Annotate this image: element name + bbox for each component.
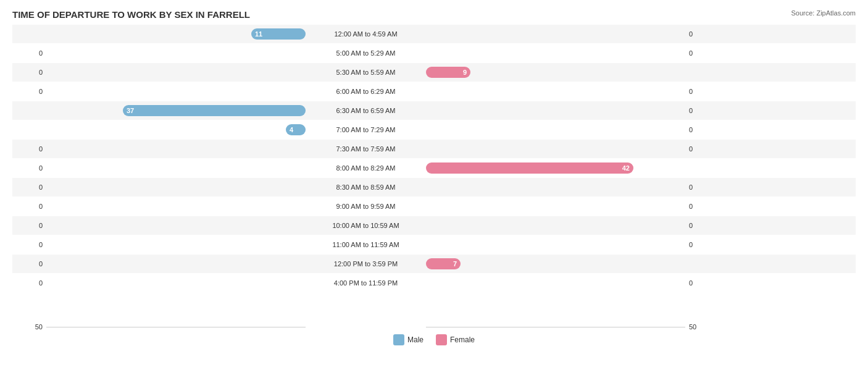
female-bar-area — [426, 277, 685, 289]
female-value: 0 — [685, 126, 719, 133]
male-bar-area — [46, 277, 306, 289]
female-bar-area — [426, 48, 685, 59]
male-bar-label: 4 — [290, 126, 293, 133]
male-bar-label: 11 — [255, 30, 262, 38]
chart-row: 1112:00 AM to 4:59 AM0 — [12, 25, 856, 43]
chart-row: 08:00 AM to 8:29 AM42 — [12, 159, 856, 177]
male-bar-area — [46, 201, 306, 212]
male-value: 0 — [12, 164, 46, 172]
chart-area: 1112:00 AM to 4:59 AM005:00 AM to 5:29 A… — [12, 25, 856, 321]
legend-female-label: Female — [450, 335, 475, 344]
chart-row: 09:00 AM to 9:59 AM0 — [12, 197, 856, 216]
male-bar-area — [46, 220, 306, 231]
time-label: 7:30 AM to 7:59 AM — [306, 145, 426, 153]
time-label: 5:30 AM to 5:59 AM — [306, 69, 426, 76]
male-value: 0 — [12, 69, 46, 76]
female-value: 0 — [685, 88, 719, 95]
female-bar-area — [426, 182, 685, 193]
legend: Male Female — [12, 334, 856, 345]
male-bar-label: 37 — [127, 107, 134, 114]
time-label: 6:30 AM to 6:59 AM — [306, 107, 426, 114]
female-bar-label: 9 — [463, 69, 467, 76]
male-bar-area — [46, 48, 306, 59]
chart-row: 376:30 AM to 6:59 AM0 — [12, 101, 856, 120]
time-label: 8:30 AM to 8:59 AM — [306, 184, 426, 191]
time-label: 12:00 PM to 3:59 PM — [306, 260, 426, 268]
female-value: 0 — [685, 49, 719, 57]
female-value: 0 — [685, 203, 719, 210]
time-label: 12:00 AM to 4:59 AM — [306, 30, 426, 38]
time-label: 4:00 PM to 11:59 PM — [306, 279, 426, 287]
female-value: 0 — [685, 184, 719, 191]
male-bar-area: 4 — [46, 124, 306, 135]
male-bar-area — [46, 239, 306, 250]
chart-row: 05:00 AM to 5:29 AM0 — [12, 44, 856, 62]
chart-row: 012:00 PM to 3:59 PM7 — [12, 255, 856, 273]
legend-male-label: Male — [407, 335, 424, 344]
female-bar-area: 7 — [426, 258, 685, 269]
chart-row: 010:00 AM to 10:59 AM0 — [12, 216, 856, 235]
legend-female-box — [436, 334, 447, 345]
time-label: 5:00 AM to 5:29 AM — [306, 49, 426, 57]
female-value: 0 — [685, 241, 719, 248]
male-value: 0 — [12, 203, 46, 210]
legend-male: Male — [393, 334, 424, 345]
female-value: 0 — [685, 107, 719, 114]
male-bar-area: 11 — [46, 28, 306, 40]
source-text: Source: ZipAtlas.com — [791, 9, 856, 17]
male-bar: 37 — [123, 105, 306, 116]
male-bar-area — [46, 182, 306, 193]
female-bar-area: 42 — [426, 162, 685, 174]
chart-row: 06:00 AM to 6:29 AM0 — [12, 82, 856, 101]
axis-right-label: 50 — [685, 323, 719, 331]
female-value: 0 — [685, 145, 719, 153]
male-value: 0 — [12, 241, 46, 248]
female-value: 0 — [685, 222, 719, 229]
male-bar: 11 — [251, 28, 306, 40]
female-bar-label: 7 — [453, 260, 457, 268]
male-value: 0 — [12, 145, 46, 153]
chart-row: 07:30 AM to 7:59 AM0 — [12, 140, 856, 158]
female-bar-area — [426, 105, 685, 116]
chart-title: TIME OF DEPARTURE TO WORK BY SEX IN FARR… — [12, 9, 856, 20]
female-bar: 9 — [426, 67, 470, 78]
male-value: 0 — [12, 184, 46, 191]
male-bar: 4 — [286, 124, 306, 135]
time-label: 10:00 AM to 10:59 AM — [306, 222, 426, 229]
female-bar-area — [426, 239, 685, 250]
chart-row: 05:30 AM to 5:59 AM9 — [12, 63, 856, 82]
female-bar: 42 — [426, 162, 633, 174]
time-label: 7:00 AM to 7:29 AM — [306, 126, 426, 133]
male-bar-area — [46, 86, 306, 97]
time-label: 6:00 AM to 6:29 AM — [306, 88, 426, 95]
female-bar-area: 9 — [426, 67, 685, 78]
male-value: 0 — [12, 49, 46, 57]
male-value: 0 — [12, 260, 46, 268]
female-bar-label: 42 — [622, 164, 630, 172]
time-label: 9:00 AM to 9:59 AM — [306, 203, 426, 210]
axis-left-label: 50 — [12, 323, 46, 331]
male-value: 0 — [12, 222, 46, 229]
female-bar-area — [426, 201, 685, 212]
male-value: 0 — [12, 88, 46, 95]
chart-row: 08:30 AM to 8:59 AM0 — [12, 178, 856, 196]
time-label: 11:00 AM to 11:59 AM — [306, 241, 426, 248]
legend-female: Female — [436, 334, 475, 345]
chart-container: TIME OF DEPARTURE TO WORK BY SEX IN FARR… — [0, 0, 868, 367]
chart-row: 04:00 PM to 11:59 PM0 — [12, 274, 856, 292]
female-bar-area — [426, 143, 685, 154]
male-bar-area: 37 — [46, 105, 306, 116]
female-bar-area — [426, 220, 685, 231]
male-bar-area — [46, 143, 306, 154]
female-bar: 7 — [426, 258, 461, 269]
female-bar-area — [426, 86, 685, 97]
male-bar-area — [46, 258, 306, 269]
female-value: 0 — [685, 279, 719, 287]
female-bar-area — [426, 28, 685, 40]
male-bar-area — [46, 162, 306, 174]
female-bar-area — [426, 124, 685, 135]
chart-row: 47:00 AM to 7:29 AM0 — [12, 120, 856, 139]
legend-male-box — [393, 334, 404, 345]
male-bar-area — [46, 67, 306, 78]
axis-row: 50 50 — [12, 323, 856, 331]
